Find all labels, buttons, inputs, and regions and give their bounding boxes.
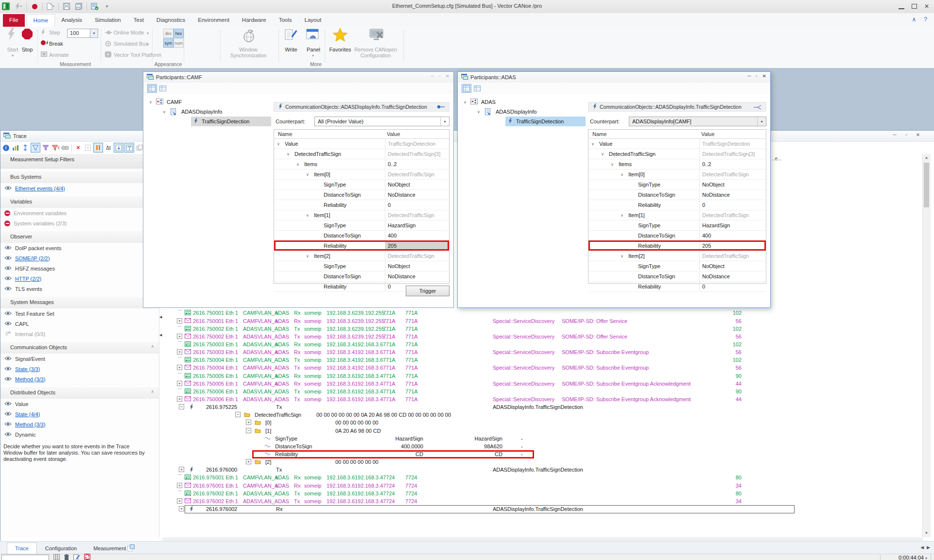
eye-icon[interactable] bbox=[4, 432, 12, 438]
eye-icon[interactable] bbox=[4, 266, 12, 272]
panel-button[interactable]: Panel bbox=[304, 47, 323, 52]
filter-item[interactable]: State (3/3) bbox=[0, 364, 159, 374]
details-view-icon[interactable] bbox=[147, 84, 157, 93]
break-button[interactable]: Break bbox=[49, 41, 63, 47]
write-button[interactable]: Write bbox=[282, 47, 300, 52]
trace-row[interactable]: +2616.750003 Eth 1ADASVLAN_ADASsRxsomeip… bbox=[162, 349, 923, 356]
edit-note-icon[interactable] bbox=[73, 554, 80, 560]
grid-icon[interactable] bbox=[53, 554, 60, 560]
menu-tab-layout[interactable]: Layout bbox=[298, 14, 328, 27]
details-view-icon[interactable] bbox=[462, 84, 471, 93]
expand-icon[interactable]: + bbox=[177, 498, 182, 504]
menu-tab-analysis[interactable]: Analysis bbox=[55, 14, 88, 27]
chevron-expanded-icon[interactable]: ∨ bbox=[621, 172, 623, 177]
collapse-ribbon-icon[interactable]: ∧ bbox=[912, 16, 917, 23]
trace-row[interactable]: 2616.750004 Eth 1CAMFVLAN_ADASTxsomeip19… bbox=[162, 356, 923, 364]
value-cell[interactable]: DetectedTrafficSign bbox=[385, 251, 449, 261]
maximize-button[interactable] bbox=[908, 0, 920, 13]
compact-view-icon[interactable] bbox=[158, 84, 168, 93]
trace-row[interactable]: 2616.976001 Eth 1CAMFVLAN_ADASsRxsomeip1… bbox=[162, 474, 923, 482]
value-cell[interactable]: NoDistance bbox=[699, 272, 766, 281]
chevron-expanded-icon[interactable]: ∨ bbox=[163, 110, 166, 114]
values-row[interactable]: Reliability205 bbox=[588, 241, 766, 251]
restore-icon[interactable]: ▫ bbox=[902, 132, 910, 137]
stop-button[interactable]: Stop bbox=[19, 47, 35, 52]
values-row[interactable]: ∨ValueTrafficSignDetection bbox=[588, 139, 766, 149]
filter-item[interactable]: TLS events bbox=[0, 284, 159, 294]
value-cell[interactable]: NoObject bbox=[385, 180, 449, 189]
menu-tab-home[interactable]: Home bbox=[27, 14, 55, 27]
animation-speed-select[interactable]: 100▾ bbox=[67, 29, 98, 38]
value-cell[interactable]: 0 bbox=[385, 200, 449, 210]
value-cell[interactable]: NoObject bbox=[699, 261, 766, 271]
value-cell[interactable]: DetectedTrafficSign bbox=[699, 170, 766, 179]
minimize-icon[interactable]: ─ bbox=[891, 132, 899, 137]
filter-link[interactable]: HTTP (2/2) bbox=[15, 276, 41, 282]
chevron-expanded-icon[interactable]: ∨ bbox=[277, 142, 280, 146]
trace-row[interactable]: SignTypeHazardSignHazardSign- bbox=[162, 435, 923, 443]
values-row[interactable]: Reliability0 bbox=[588, 282, 766, 292]
statistics-icon[interactable] bbox=[11, 143, 20, 152]
value-cell[interactable]: DetectedTrafficSign bbox=[699, 251, 766, 261]
scroll-mode-icon[interactable] bbox=[124, 143, 134, 153]
tree-row-adas[interactable]: ∨ADAS bbox=[458, 97, 588, 107]
mdi-tab-trace[interactable]: Trace bbox=[7, 543, 37, 554]
value-cell[interactable]: DetectedTrafficSign bbox=[699, 210, 766, 220]
chevron-expanded-icon[interactable]: ∨ bbox=[601, 152, 604, 156]
trace-row[interactable]: +2616.750006 Eth 1ADASVLAN_ADASTxsomeip1… bbox=[162, 396, 923, 404]
fixed-anchor-icon[interactable] bbox=[21, 143, 30, 152]
format-dec-button[interactable]: dec bbox=[163, 29, 173, 38]
trace-row[interactable]: 2616.750005 Eth 1CAMFVLAN_ADASsRxsomeip1… bbox=[162, 373, 923, 380]
mdi-tab-configuration[interactable]: Configuration bbox=[37, 543, 85, 554]
value-cell[interactable]: NoObject bbox=[385, 261, 449, 271]
trash-icon[interactable] bbox=[64, 554, 69, 560]
trace-row[interactable]: −[1]0A 20 A6 98 00 CD bbox=[162, 427, 923, 435]
scrollbar-thumb[interactable] bbox=[924, 163, 929, 207]
minimize-icon[interactable]: ─ bbox=[431, 73, 434, 79]
trace-row[interactable]: DistanceToSign400.000098A620- bbox=[162, 443, 923, 451]
value-cell[interactable]: NoObject bbox=[699, 180, 766, 189]
trace-row[interactable]: +2616.750004 Eth 1CAMFVLAN_ADASTxsomeip1… bbox=[162, 364, 923, 372]
eye-icon[interactable] bbox=[4, 311, 12, 317]
close-icon[interactable]: ✕ bbox=[446, 73, 450, 79]
chevron-expanded-icon[interactable]: ∨ bbox=[611, 162, 614, 167]
tree-row-adasdisplayinfo[interactable]: ∨ADASDisplayInfo bbox=[143, 107, 274, 117]
splitter-collapse-icon[interactable]: ◀ bbox=[159, 333, 162, 337]
blocked-icon[interactable] bbox=[4, 210, 10, 216]
value-cell[interactable]: DetectedTrafficSign[3] bbox=[385, 149, 449, 159]
filter-item[interactable]: Test Feature Set bbox=[0, 308, 159, 319]
expand-icon[interactable]: − bbox=[235, 412, 241, 417]
trace-row[interactable]: 2616.750003 Eth 1ADASVLAN_ADASsRxsomeip1… bbox=[162, 341, 923, 349]
expand-icon[interactable]: + bbox=[179, 467, 184, 472]
filter-item[interactable]: CAPL bbox=[0, 319, 159, 329]
close-icon[interactable]: ✕ bbox=[762, 73, 766, 79]
tree-row-adasdisplayinfo[interactable]: ∨ADASDisplayInfo bbox=[458, 107, 588, 117]
value-cell[interactable]: TrafficSignDetection bbox=[385, 139, 449, 149]
participant-window-titlebar[interactable]: Participants::ADAS─▫✕ bbox=[458, 72, 770, 83]
trace-row[interactable]: +2616.976002RxADASDisplayInfo.TrafficSig… bbox=[162, 506, 923, 513]
autoscroll-icon[interactable] bbox=[114, 143, 123, 153]
maximize-icon[interactable]: ▫ bbox=[439, 73, 441, 79]
chevron-expanded-icon[interactable]: ∨ bbox=[306, 213, 309, 218]
filter-link[interactable]: Ethernet events (4/4) bbox=[15, 186, 65, 191]
expand-icon[interactable]: + bbox=[177, 349, 182, 355]
vector-tool-platform-button[interactable]: Vector Tool Platform bbox=[114, 52, 161, 58]
tree-row-trafficsigndetection[interactable]: TrafficSignDetection bbox=[458, 117, 588, 126]
sync-icon[interactable] bbox=[84, 554, 90, 560]
chevron-expanded-icon[interactable]: ∨ bbox=[477, 110, 480, 114]
filter-item[interactable]: Value bbox=[0, 399, 159, 409]
trace-row[interactable]: +[2]00 00 00 00 00 00 bbox=[162, 458, 923, 466]
expand-icon[interactable]: + bbox=[177, 318, 182, 323]
chevron-expanded-icon[interactable]: ∨ bbox=[464, 100, 467, 104]
filter-cut-icon[interactable] bbox=[41, 143, 50, 152]
values-row[interactable]: SignTypeNoObject bbox=[274, 180, 449, 190]
values-row[interactable]: SignTypeHazardSign bbox=[588, 221, 766, 231]
menu-tab-environment[interactable]: Environment bbox=[191, 14, 236, 27]
scroll-up-icon[interactable]: ▲ bbox=[923, 154, 930, 162]
values-row[interactable]: Reliability0 bbox=[588, 200, 766, 210]
filter-item[interactable]: Method (3/3) bbox=[0, 419, 159, 429]
format-sym-button[interactable]: sym bbox=[163, 38, 173, 48]
maximize-icon[interactable]: ▫ bbox=[756, 73, 758, 79]
eye-icon[interactable] bbox=[4, 321, 12, 327]
format-num-button[interactable]: num bbox=[173, 38, 184, 48]
